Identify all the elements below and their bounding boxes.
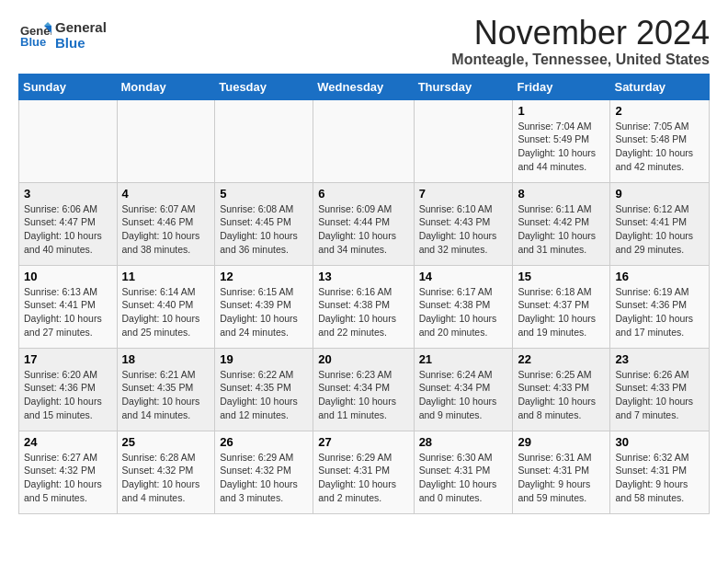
day-info: Sunrise: 6:24 AMSunset: 4:34 PMDaylight:… [419,368,508,422]
calendar-cell: 13Sunrise: 6:16 AMSunset: 4:38 PMDayligh… [313,265,414,348]
day-info: Sunrise: 6:19 AMSunset: 4:36 PMDaylight:… [615,285,704,339]
calendar-title: November 2024 [451,15,710,52]
calendar-cell: 25Sunrise: 6:28 AMSunset: 4:32 PMDayligh… [117,431,215,513]
calendar-week-row: 10Sunrise: 6:13 AMSunset: 4:41 PMDayligh… [19,265,710,348]
weekday-header-monday: Monday [117,74,215,99]
calendar-week-row: 24Sunrise: 6:27 AMSunset: 4:32 PMDayligh… [19,431,710,513]
calendar-cell: 19Sunrise: 6:22 AMSunset: 4:35 PMDayligh… [215,348,313,431]
day-info: Sunrise: 6:30 AMSunset: 4:31 PMDaylight:… [419,451,508,505]
calendar-cell: 21Sunrise: 6:24 AMSunset: 4:34 PMDayligh… [414,348,513,431]
day-info: Sunrise: 6:12 AMSunset: 4:41 PMDaylight:… [615,202,704,257]
day-number: 19 [220,352,308,366]
calendar-week-row: 1Sunrise: 7:04 AMSunset: 5:49 PMDaylight… [19,99,710,182]
day-info: Sunrise: 7:04 AMSunset: 5:49 PMDaylight:… [518,120,605,174]
calendar-cell: 15Sunrise: 6:18 AMSunset: 4:37 PMDayligh… [513,265,610,348]
day-info: Sunrise: 6:11 AMSunset: 4:42 PMDaylight:… [518,202,605,257]
day-number: 5 [220,187,308,201]
calendar-cell: 29Sunrise: 6:31 AMSunset: 4:31 PMDayligh… [513,431,610,513]
calendar-cell [313,99,414,182]
calendar-week-row: 17Sunrise: 6:20 AMSunset: 4:36 PMDayligh… [19,348,710,431]
calendar-cell: 24Sunrise: 6:27 AMSunset: 4:32 PMDayligh… [19,431,118,513]
day-number: 30 [615,435,704,449]
calendar-cell: 30Sunrise: 6:32 AMSunset: 4:31 PMDayligh… [610,431,710,513]
logo: General Blue General Blue [18,18,107,52]
day-info: Sunrise: 6:23 AMSunset: 4:34 PMDaylight:… [318,368,408,422]
day-number: 24 [24,435,112,449]
calendar-cell: 12Sunrise: 6:15 AMSunset: 4:39 PMDayligh… [215,265,313,348]
calendar-cell: 9Sunrise: 6:12 AMSunset: 4:41 PMDaylight… [610,182,710,265]
calendar-cell: 8Sunrise: 6:11 AMSunset: 4:42 PMDaylight… [513,182,610,265]
day-number: 4 [122,187,210,201]
logo-general-text: General [55,19,107,35]
weekday-header-friday: Friday [513,74,610,99]
calendar-cell: 1Sunrise: 7:04 AMSunset: 5:49 PMDaylight… [513,99,610,182]
logo-blue-text: Blue [55,35,107,51]
day-number: 28 [419,435,508,449]
day-number: 10 [24,270,112,283]
day-number: 2 [615,104,704,118]
day-number: 11 [122,270,210,283]
day-info: Sunrise: 6:29 AMSunset: 4:31 PMDaylight:… [318,451,408,505]
day-number: 25 [122,435,210,449]
day-number: 14 [419,270,508,283]
weekday-header-saturday: Saturday [610,74,710,99]
calendar-cell: 27Sunrise: 6:29 AMSunset: 4:31 PMDayligh… [313,431,414,513]
logo-icon: General Blue [18,18,51,52]
calendar-cell: 16Sunrise: 6:19 AMSunset: 4:36 PMDayligh… [610,265,710,348]
day-info: Sunrise: 6:18 AMSunset: 4:37 PMDaylight:… [518,285,605,339]
day-number: 21 [419,352,508,366]
day-info: Sunrise: 6:10 AMSunset: 4:43 PMDaylight:… [419,202,508,257]
weekday-header-sunday: Sunday [19,74,118,99]
day-info: Sunrise: 6:17 AMSunset: 4:38 PMDaylight:… [419,285,508,339]
day-number: 23 [615,352,704,366]
calendar-cell [117,99,215,182]
calendar-cell: 14Sunrise: 6:17 AMSunset: 4:38 PMDayligh… [414,265,513,348]
calendar-cell: 23Sunrise: 6:26 AMSunset: 4:33 PMDayligh… [610,348,710,431]
day-number: 6 [318,187,408,201]
day-number: 16 [615,270,704,283]
calendar-cell: 17Sunrise: 6:20 AMSunset: 4:36 PMDayligh… [19,348,118,431]
day-info: Sunrise: 6:06 AMSunset: 4:47 PMDaylight:… [24,202,112,257]
calendar-table: SundayMondayTuesdayWednesdayThursdayFrid… [18,74,710,514]
day-info: Sunrise: 6:27 AMSunset: 4:32 PMDaylight:… [24,451,112,505]
day-info: Sunrise: 6:15 AMSunset: 4:39 PMDaylight:… [220,285,308,339]
day-number: 8 [518,187,605,201]
calendar-cell: 6Sunrise: 6:09 AMSunset: 4:44 PMDaylight… [313,182,414,265]
title-area: November 2024 Monteagle, Tennessee, Unit… [451,15,710,68]
weekday-header-tuesday: Tuesday [215,74,313,99]
day-number: 9 [615,187,704,201]
weekday-header-row: SundayMondayTuesdayWednesdayThursdayFrid… [19,74,710,99]
day-number: 18 [122,352,210,366]
day-number: 15 [518,270,605,283]
calendar-cell: 5Sunrise: 6:08 AMSunset: 4:45 PMDaylight… [215,182,313,265]
calendar-week-row: 3Sunrise: 6:06 AMSunset: 4:47 PMDaylight… [19,182,710,265]
day-number: 20 [318,352,408,366]
day-info: Sunrise: 6:25 AMSunset: 4:33 PMDaylight:… [518,368,605,422]
day-number: 7 [419,187,508,201]
calendar-cell: 28Sunrise: 6:30 AMSunset: 4:31 PMDayligh… [414,431,513,513]
header: General Blue General Blue November 2024 … [18,15,710,68]
day-number: 12 [220,270,308,283]
day-number: 17 [24,352,112,366]
day-number: 27 [318,435,408,449]
day-number: 29 [518,435,605,449]
calendar-cell: 11Sunrise: 6:14 AMSunset: 4:40 PMDayligh… [117,265,215,348]
day-info: Sunrise: 6:16 AMSunset: 4:38 PMDaylight:… [318,285,408,339]
day-number: 3 [24,187,112,201]
calendar-cell [414,99,513,182]
calendar-cell: 3Sunrise: 6:06 AMSunset: 4:47 PMDaylight… [19,182,118,265]
calendar-cell: 26Sunrise: 6:29 AMSunset: 4:32 PMDayligh… [215,431,313,513]
calendar-cell: 18Sunrise: 6:21 AMSunset: 4:35 PMDayligh… [117,348,215,431]
weekday-header-wednesday: Wednesday [313,74,414,99]
day-number: 22 [518,352,605,366]
day-info: Sunrise: 6:26 AMSunset: 4:33 PMDaylight:… [615,368,704,422]
svg-text:Blue: Blue [20,35,46,49]
day-info: Sunrise: 6:08 AMSunset: 4:45 PMDaylight:… [220,202,308,257]
calendar-cell: 20Sunrise: 6:23 AMSunset: 4:34 PMDayligh… [313,348,414,431]
day-info: Sunrise: 6:13 AMSunset: 4:41 PMDaylight:… [24,285,112,339]
day-info: Sunrise: 6:14 AMSunset: 4:40 PMDaylight:… [122,285,210,339]
calendar-subtitle: Monteagle, Tennessee, United States [451,52,710,68]
calendar-cell: 2Sunrise: 7:05 AMSunset: 5:48 PMDaylight… [610,99,710,182]
day-number: 1 [518,104,605,118]
calendar-cell: 7Sunrise: 6:10 AMSunset: 4:43 PMDaylight… [414,182,513,265]
